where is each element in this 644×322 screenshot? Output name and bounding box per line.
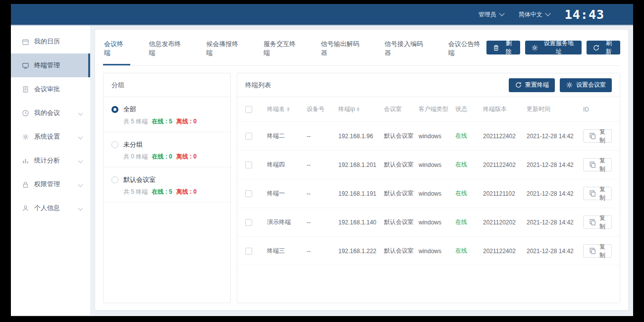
group-name: 默认会议室 bbox=[123, 175, 156, 184]
row-checkbox[interactable] bbox=[245, 190, 252, 197]
cell-meeting-room: 默认会议室 bbox=[384, 247, 419, 255]
app-window: 管理员 简体中文 14:43 我的日历 终端管理 会议审批 bbox=[11, 4, 633, 316]
cell-terminal-ip: 192.168.1.191 bbox=[338, 190, 384, 197]
column-terminal-name[interactable]: 终端名 bbox=[267, 105, 285, 113]
cell-terminal-name: 终端一 bbox=[267, 189, 307, 198]
cell-terminal-ip: 192.168.1.222 bbox=[338, 248, 384, 255]
row-checkbox[interactable] bbox=[245, 248, 252, 255]
group-name: 未分组 bbox=[123, 140, 143, 149]
sidebar-item-label: 终端管理 bbox=[34, 61, 60, 70]
group-item-default-room[interactable]: 默认会议室 共 5 终端 在线 : 5 离线 : 0 bbox=[104, 167, 230, 203]
user-icon bbox=[22, 205, 29, 212]
row-checkbox[interactable] bbox=[245, 219, 252, 226]
sidebar-item-profile[interactable]: 个人信息 bbox=[11, 196, 90, 220]
copy-button-label: 复制 bbox=[599, 128, 606, 145]
sidebar-item-label: 会议审批 bbox=[34, 85, 60, 94]
tab-waiting-broadcast-terminal[interactable]: 候会播报终端 bbox=[205, 30, 245, 65]
cell-terminal-ip: 192.168.1.96 bbox=[338, 133, 384, 140]
group-item-ungrouped[interactable]: 未分组 共 0 终端 在线 : 0 离线 : 0 bbox=[104, 132, 230, 167]
sidebar-item-statistics[interactable]: 统计分析 bbox=[11, 149, 90, 172]
cell-meeting-room: 默认会议室 bbox=[384, 161, 419, 169]
sidebar-item-label: 个人信息 bbox=[34, 204, 60, 213]
refresh-button[interactable]: 刷新 bbox=[587, 41, 620, 54]
sidebar-item-my-calendar[interactable]: 我的日历 bbox=[11, 30, 90, 54]
cell-meeting-room: 默认会议室 bbox=[384, 189, 419, 198]
group-offline-count: 离线 : 0 bbox=[176, 188, 197, 196]
set-meeting-room-button[interactable]: 设置会议室 bbox=[560, 78, 612, 92]
user-menu[interactable]: 管理员 bbox=[479, 10, 504, 19]
status-badge: 在线 bbox=[455, 132, 483, 140]
terminal-list-panel: 终端列表 重置终端 设置会议室 bbox=[237, 73, 620, 303]
cell-terminal-name: 终端二 bbox=[267, 132, 307, 140]
user-menu-label: 管理员 bbox=[479, 10, 496, 19]
cell-updated: 2021-12-28 14:42 bbox=[527, 190, 583, 197]
delete-button-label: 删除 bbox=[503, 39, 514, 56]
sidebar-item-label: 统计分析 bbox=[34, 156, 60, 165]
copy-id-button[interactable]: 复制 bbox=[583, 187, 612, 200]
sidebar-item-my-meetings[interactable]: 我的会议 bbox=[11, 101, 90, 125]
radio-icon[interactable] bbox=[111, 141, 118, 148]
tab-signal-output-decoder[interactable]: 信号输出解码器 bbox=[320, 30, 366, 65]
group-total: 共 5 终端 bbox=[123, 117, 148, 126]
set-service-address-button[interactable]: 设置服务地址 bbox=[525, 41, 582, 54]
cell-terminal-name: 终端三 bbox=[267, 247, 307, 255]
cell-updated: 2021-12-28 14:42 bbox=[527, 133, 583, 140]
tab-signal-input-encoder[interactable]: 信号接入编码器 bbox=[383, 30, 429, 65]
copy-id-button[interactable]: 复制 bbox=[583, 215, 612, 229]
radio-icon[interactable] bbox=[111, 176, 118, 183]
row-checkbox[interactable] bbox=[245, 161, 252, 168]
language-menu[interactable]: 简体中文 bbox=[519, 10, 550, 19]
column-terminal-ip[interactable]: 终端ip bbox=[338, 105, 355, 113]
sidebar-item-label: 权限管理 bbox=[34, 180, 60, 189]
tab-meeting-terminal[interactable]: 会议终端 bbox=[103, 30, 130, 65]
sidebar-item-terminal-management[interactable]: 终端管理 bbox=[11, 54, 90, 77]
tab-service-interaction-terminal[interactable]: 服务交互终端 bbox=[263, 30, 302, 65]
column-device-no: 设备号 bbox=[307, 105, 338, 113]
gear-icon bbox=[531, 44, 538, 52]
sidebar-item-permissions[interactable]: 权限管理 bbox=[11, 172, 90, 196]
sort-icon[interactable] bbox=[287, 107, 290, 111]
status-badge: 在线 bbox=[455, 247, 483, 255]
copy-id-button[interactable]: 复制 bbox=[583, 129, 612, 143]
cell-device-no: -- bbox=[307, 248, 338, 255]
reset-terminal-label: 重置终端 bbox=[525, 81, 549, 89]
tab-bar: 会议终端 信息发布终端 候会播报终端 服务交互终端 信号输出解码器 信号接入编码… bbox=[103, 30, 620, 66]
sidebar-item-meeting-approval[interactable]: 会议审批 bbox=[11, 77, 90, 101]
copy-button-label: 复制 bbox=[599, 185, 606, 202]
tab-meeting-notice-terminal[interactable]: 会议公告终端 bbox=[447, 30, 487, 65]
radio-checked-icon[interactable] bbox=[111, 106, 118, 113]
chevron-down-icon bbox=[78, 206, 83, 211]
delete-button[interactable]: 删除 bbox=[486, 41, 520, 54]
terminal-list-title: 终端列表 bbox=[245, 81, 271, 90]
status-badge: 在线 bbox=[455, 189, 483, 198]
refresh-button-label: 刷新 bbox=[603, 39, 614, 56]
select-all-checkbox[interactable] bbox=[245, 106, 252, 113]
reset-icon bbox=[515, 81, 522, 89]
cell-version: 2021122402 bbox=[483, 248, 527, 255]
sidebar: 我的日历 终端管理 会议审批 我的会议 系统设置 统计 bbox=[11, 26, 90, 315]
topbar: 管理员 简体中文 14:43 bbox=[11, 4, 633, 26]
copy-id-button[interactable]: 复制 bbox=[583, 158, 612, 171]
cell-client-type: windows bbox=[419, 133, 455, 140]
sort-icon[interactable] bbox=[357, 107, 360, 111]
cell-client-type: windows bbox=[419, 248, 455, 255]
content-card: 会议终端 信息发布终端 候会播报终端 服务交互终端 信号输出解码器 信号接入编码… bbox=[95, 30, 628, 310]
cell-updated: 2021-12-28 14:42 bbox=[527, 161, 583, 168]
set-meeting-room-label: 设置会议室 bbox=[576, 81, 606, 89]
chevron-down-icon bbox=[78, 158, 83, 163]
cell-updated: 2021-12-28 14:42 bbox=[527, 248, 583, 255]
sidebar-item-system-settings[interactable]: 系统设置 bbox=[11, 125, 90, 149]
group-name: 全部 bbox=[123, 105, 136, 114]
cell-version: 2021120202 bbox=[483, 219, 527, 226]
column-status: 状态 bbox=[455, 105, 483, 113]
cell-device-no: -- bbox=[307, 161, 338, 168]
row-checkbox[interactable] bbox=[245, 133, 252, 140]
reset-terminal-button[interactable]: 重置终端 bbox=[509, 78, 555, 92]
copy-icon bbox=[589, 132, 596, 140]
lock-icon bbox=[22, 181, 29, 188]
tab-info-publish-terminal[interactable]: 信息发布终端 bbox=[148, 30, 188, 65]
group-item-all[interactable]: 全部 共 5 终端 在线 : 5 离线 : 0 bbox=[104, 97, 230, 132]
set-service-address-label: 设置服务地址 bbox=[541, 39, 576, 56]
bar-chart-icon bbox=[22, 157, 29, 164]
copy-id-button[interactable]: 复制 bbox=[583, 244, 612, 258]
